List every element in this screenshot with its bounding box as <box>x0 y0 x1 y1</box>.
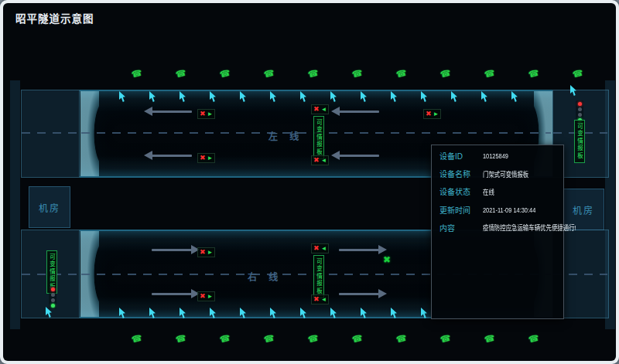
traffic-direction-arrow <box>339 155 379 157</box>
vms-sign[interactable]: 可变情报板 <box>313 116 324 159</box>
red-x-icon: ✖ <box>313 245 320 252</box>
popup-field-label: 设备名称 <box>439 168 475 179</box>
emergency-phone-icon[interactable]: ☎ <box>131 334 143 345</box>
lane-signal[interactable]: ✖◄ <box>311 294 329 304</box>
emergency-phone-icon[interactable]: ☎ <box>351 69 364 80</box>
left-line-label: 左 线 <box>268 129 303 142</box>
left-edge-road-strip <box>10 80 20 329</box>
emergency-phone-icon[interactable]: ☎ <box>439 69 452 80</box>
red-x-icon: ✖ <box>200 293 206 300</box>
green-arrow-icon: ◄ <box>321 297 327 303</box>
emergency-phone-icon[interactable]: ☎ <box>528 334 540 345</box>
green-arrow-icon: ► <box>207 155 214 162</box>
lane-divider <box>22 132 79 134</box>
red-light-icon <box>578 102 582 106</box>
lane-signal[interactable]: ✖► <box>197 247 215 257</box>
popup-field-value: 疫情防控应急运输车辆优先便捷通行! <box>483 222 576 233</box>
emergency-phone-icon[interactable]: ☎ <box>351 334 364 345</box>
lane-signal[interactable]: ✖► <box>197 109 215 119</box>
traffic-direction-arrow <box>339 111 379 113</box>
red-x-icon: ✖ <box>200 155 206 162</box>
tunnel-diagram-canvas: 昭平隧道示意图 ☎ ☎ ☎ ☎ ☎ ☎ ☎ ☎ ☎ ☎ ☎ 左 线 ✖► ✖► … <box>3 3 616 361</box>
emergency-phone-icon[interactable]: ☎ <box>175 69 187 80</box>
emergency-phone-icon[interactable]: ☎ <box>175 334 187 345</box>
traffic-direction-arrow <box>152 155 192 157</box>
popup-row: 内容 疫情防控应急运输车辆优先便捷通行! <box>432 219 563 236</box>
popup-field-value: 门架式可变情报板 <box>483 168 541 179</box>
emergency-phone-icon[interactable]: ☎ <box>439 334 452 345</box>
emergency-phone-icon[interactable]: ☎ <box>572 69 584 80</box>
popup-field-label: 设备ID <box>439 150 475 162</box>
emergency-phone-icon[interactable]: ☎ <box>395 69 408 80</box>
emergency-phone-icon[interactable]: ☎ <box>395 334 408 345</box>
emergency-phone-icon[interactable]: ☎ <box>307 334 320 345</box>
red-x-icon: ✖ <box>313 157 320 164</box>
off-light-icon <box>51 298 55 302</box>
red-light-icon <box>51 287 55 291</box>
popup-row: 设备ID 10125849 <box>432 147 563 165</box>
green-light-icon <box>51 304 55 308</box>
red-x-icon: ✖ <box>313 296 320 303</box>
popup-row: 设备状态 在线 <box>432 182 563 200</box>
green-arrow-icon: ◄ <box>321 246 327 252</box>
page-title: 昭平隧道示意图 <box>15 10 94 26</box>
emergency-phone-icon[interactable]: ☎ <box>131 69 143 80</box>
emergency-phone-icon[interactable]: ☎ <box>528 69 540 80</box>
emergency-phone-icon[interactable]: ☎ <box>219 334 231 345</box>
popup-row: 更新时间 2021-11-09 14:30:44 <box>432 201 563 219</box>
red-x-icon: ✖ <box>426 111 432 117</box>
traffic-light[interactable] <box>49 286 56 309</box>
emergency-phone-icon[interactable]: ☎ <box>484 69 496 80</box>
red-x-icon: ✖ <box>313 106 320 113</box>
lane-signal[interactable]: ✖◄ <box>311 155 329 165</box>
emergency-phone-icon[interactable]: ☎ <box>263 69 275 80</box>
app-window: 昭平隧道示意图 ☎ ☎ ☎ ☎ ☎ ☎ ☎ ☎ ☎ ☎ ☎ 左 线 ✖► ✖► … <box>0 0 619 364</box>
traffic-direction-arrow <box>152 249 192 251</box>
lane-signal[interactable]: ✖◄ <box>311 243 329 253</box>
lane-signal[interactable]: ✖◄ <box>311 104 329 114</box>
red-x-icon: ✖ <box>200 249 206 256</box>
popup-field-label: 更新时间 <box>439 204 475 216</box>
road-section-top-left <box>21 90 80 178</box>
vms-sign[interactable]: 可变情报板 <box>313 255 324 298</box>
popup-field-label: 内容 <box>439 222 475 233</box>
traffic-direction-arrow <box>339 249 379 251</box>
emergency-phone-icon[interactable]: ☎ <box>484 334 496 345</box>
green-arrow-icon: ◄ <box>321 158 327 164</box>
emergency-phone-icon[interactable]: ☎ <box>263 334 275 345</box>
lane-signal[interactable]: ✖► <box>423 109 441 119</box>
popup-field-value: 10125849 <box>483 151 541 160</box>
green-arrow-icon: ◄ <box>321 107 327 113</box>
traffic-direction-arrow <box>152 111 192 113</box>
green-arrow-icon: ► <box>433 111 439 117</box>
lane-signal[interactable]: ✖► <box>197 153 215 163</box>
green-arrow-icon: ► <box>207 294 214 300</box>
lane-signal[interactable]: ✖► <box>197 291 215 301</box>
popup-field-value: 在线 <box>483 186 541 197</box>
emergency-phone-icon[interactable]: ☎ <box>219 69 231 80</box>
off-light-icon <box>51 293 55 297</box>
green-arrow-icon: ► <box>207 111 214 117</box>
device-info-popup: 设备ID 10125849 设备名称 门架式可变情报板 设备状态 在线 更新时间… <box>431 145 564 319</box>
popup-row: 设备名称 门架式可变情报板 <box>432 165 563 182</box>
right-line-label: 右 线 <box>248 270 282 283</box>
machine-room-left[interactable]: 机房 <box>29 186 70 228</box>
popup-field-value: 2021-11-09 14:30:44 <box>483 206 541 214</box>
jet-fan-icon[interactable]: ✖ <box>383 255 391 264</box>
traffic-direction-arrow <box>339 293 379 295</box>
off-light-icon <box>578 107 582 111</box>
vms-sign[interactable]: 可变情报板 <box>574 120 585 163</box>
green-arrow-icon: ► <box>207 250 214 256</box>
popup-field-label: 设备状态 <box>439 185 475 197</box>
off-light-icon <box>578 113 582 117</box>
traffic-direction-arrow <box>152 293 192 295</box>
red-x-icon: ✖ <box>200 111 206 117</box>
emergency-phone-icon[interactable]: ☎ <box>307 69 320 80</box>
